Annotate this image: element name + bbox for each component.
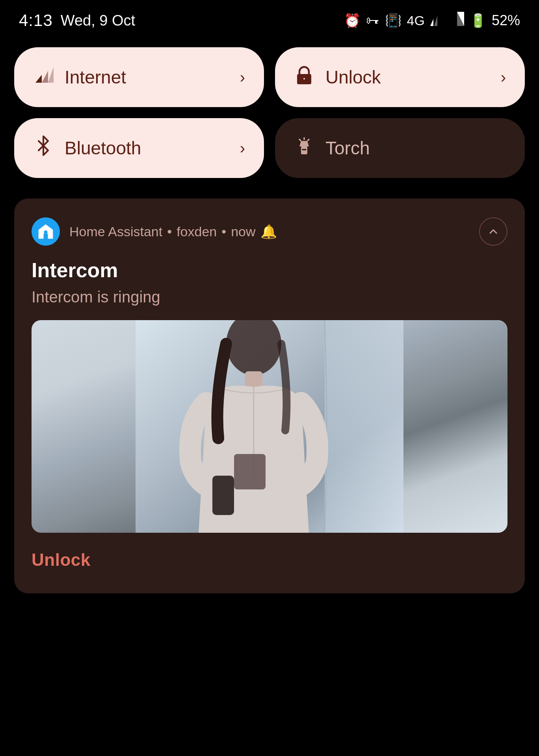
home-assistant-icon xyxy=(32,217,60,246)
svg-point-16 xyxy=(44,230,47,234)
bluetooth-tile[interactable]: Bluetooth › xyxy=(14,118,264,178)
svg-marker-1 xyxy=(434,16,437,26)
key-icon: 🗝 xyxy=(366,13,379,28)
notification-header-left: Home Assistant • foxden • now 🔔 xyxy=(32,217,277,246)
notification-source: foxden xyxy=(177,224,217,239)
intercom-image xyxy=(32,320,507,533)
svg-marker-7 xyxy=(48,67,54,83)
lock-icon xyxy=(294,65,314,90)
signal2-icon xyxy=(450,12,464,29)
battery-icon: 🔋 xyxy=(470,13,486,28)
signal-icon xyxy=(430,12,444,29)
notification-card: Home Assistant • foxden • now 🔔 Intercom… xyxy=(14,198,525,593)
svg-point-9 xyxy=(303,77,306,80)
status-right: ⏰ 🗝 📳 4G 🔋 52% xyxy=(344,12,520,29)
notification-bell-icon: 🔔 xyxy=(260,224,277,239)
notification-dot2: • xyxy=(221,224,226,239)
status-bar: 4:13 Wed, 9 Oct ⏰ 🗝 📳 4G 🔋 52% xyxy=(0,0,539,38)
network-label: 4G xyxy=(407,13,425,28)
internet-arrow-icon: › xyxy=(240,69,245,86)
intercom-image-bg xyxy=(32,320,507,533)
svg-marker-6 xyxy=(42,71,48,83)
notification-app-name: Home Assistant xyxy=(69,224,162,239)
vibrate-icon: 📳 xyxy=(385,13,401,28)
bluetooth-icon xyxy=(33,135,54,161)
internet-tile[interactable]: Internet › xyxy=(14,47,264,107)
svg-rect-10 xyxy=(301,146,307,154)
notification-body: Intercom is ringing xyxy=(32,288,507,306)
torch-label: Torch xyxy=(325,137,506,159)
notification-time: now xyxy=(231,224,255,239)
status-left: 4:13 Wed, 9 Oct xyxy=(19,11,135,30)
quick-tiles: Internet › Unlock › Bluetooth › xyxy=(0,38,539,192)
internet-label: Internet xyxy=(65,67,229,88)
alarm-icon: ⏰ xyxy=(344,13,361,28)
notification-header: Home Assistant • foxden • now 🔔 xyxy=(32,217,507,246)
person-silhouette-svg xyxy=(32,320,507,533)
status-time: 4:13 xyxy=(19,11,53,30)
notification-title: Intercom xyxy=(32,258,507,282)
svg-marker-11 xyxy=(299,141,309,146)
svg-marker-5 xyxy=(35,75,42,83)
status-date: Wed, 9 Oct xyxy=(61,12,135,29)
unlock-tile[interactable]: Unlock › xyxy=(275,47,525,107)
notification-unlock-button[interactable]: Unlock xyxy=(32,550,91,570)
notification-expand-button[interactable] xyxy=(479,217,507,246)
svg-rect-21 xyxy=(212,476,234,515)
torch-icon xyxy=(294,135,314,161)
notification-meta: Home Assistant • foxden • now 🔔 xyxy=(69,224,277,239)
svg-rect-22 xyxy=(234,454,266,489)
torch-tile[interactable]: Torch xyxy=(275,118,525,178)
unlock-arrow-icon: › xyxy=(501,69,506,86)
internet-icon xyxy=(33,65,54,90)
battery-percent: 52% xyxy=(492,12,520,29)
svg-rect-18 xyxy=(325,320,403,533)
svg-line-14 xyxy=(299,139,301,141)
svg-line-13 xyxy=(308,139,309,141)
notification-dot1: • xyxy=(167,224,172,239)
unlock-label: Unlock xyxy=(325,67,490,88)
bluetooth-arrow-icon: › xyxy=(240,139,245,157)
bluetooth-label: Bluetooth xyxy=(65,137,229,159)
